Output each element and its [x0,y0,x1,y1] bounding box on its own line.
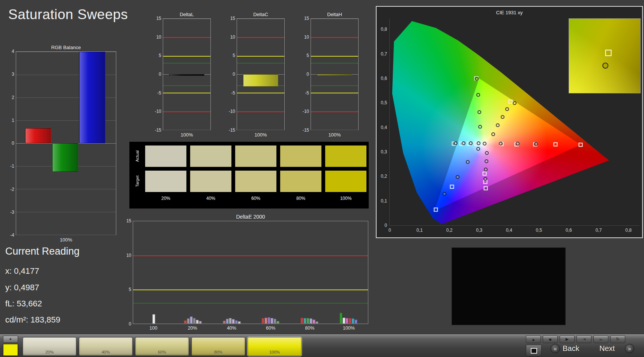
deltae-bar [307,318,309,324]
deltae-bar [223,321,225,324]
limit-line [311,56,358,57]
rgb-balance-x-label: 100% [16,237,116,243]
cie-target-point [434,207,438,212]
next-chevron-button[interactable]: » [625,344,634,353]
cie-measured-point [454,141,458,145]
back-button[interactable]: Back [563,344,579,353]
loop-button[interactable]: ∞ [593,335,608,343]
actual-swatch [145,146,186,167]
cie-title: CIE 1931 xy [377,10,642,15]
delta-gridline [163,130,210,130]
actual-swatch [280,146,321,167]
target-swatch [145,171,186,192]
cie-y-tick: 0,5 [381,100,387,105]
deltah-y-axis: 151050-5-10-15 [298,18,309,130]
step-button[interactable]: ⇥ [576,335,591,343]
sat-button-20%[interactable]: 20% [23,337,77,356]
deltae-bar [187,318,189,324]
delta-y-tick: -10 [303,109,309,114]
deltae-x-tick: 20% [188,326,197,331]
delta-y-tick: 5 [159,53,161,58]
display-mode-button[interactable] [526,345,542,357]
sat-button-label: 100% [248,350,301,354]
delta-y-tick: -15 [229,128,235,133]
target-swatch [235,171,276,192]
next-button[interactable]: Next [599,344,615,353]
reading-y: y: 0,4987 [5,283,39,292]
limit-line [311,37,358,38]
deltal-chart [163,18,211,130]
cie-measured-point [485,151,489,155]
back-chevron-button[interactable]: « [551,344,560,353]
rgb-bar-red [25,128,51,143]
reading-x: x: 0,4177 [5,266,39,276]
delta-y-tick: -15 [303,128,309,133]
swatch-column-label: 80% [280,196,321,201]
delta-y-tick: -5 [157,90,161,96]
stop-button[interactable]: ■ [543,335,558,343]
page-title: Saturation Sweeps [8,7,128,22]
sat-button-100%[interactable]: 100% [248,337,302,356]
cie-measured-point [477,110,481,114]
deltae-bar [346,318,348,324]
limit-line [237,63,284,63]
delta-y-tick: -5 [305,90,309,96]
actual-swatch [325,146,366,167]
deltac-x-label: 100% [237,132,285,138]
limit-line [311,111,358,112]
cie-inset-target-point [605,50,611,56]
delta-bar [243,74,278,87]
deltae-bar [190,316,192,324]
deltah-x-label: 100% [311,132,359,138]
collapse-right-button[interactable]: ▲ [526,335,541,343]
rgb-gridline [16,212,116,212]
swatch-column-label: 100% [325,196,366,201]
rgb-balance-y-axis: 43210-1-2-3-4 [3,51,14,235]
sat-button-40%[interactable]: 40% [79,337,133,356]
rgb-y-tick: -4 [10,232,14,238]
cie-target-point [509,100,513,104]
current-reading-heading: Current Reading [5,246,80,257]
refresh-button[interactable]: ↻ [610,335,625,343]
rgb-bar-green [52,143,78,172]
target-swatch [325,171,366,192]
target-swatch [190,171,231,192]
delta-y-tick: 0 [306,72,309,77]
sat-button-80%[interactable]: 80% [191,337,245,356]
delta-bar [169,74,204,76]
delta-y-tick: 15 [230,16,235,21]
limit-line [237,56,284,57]
limit-line [163,63,210,63]
collapse-button[interactable]: ▲ [3,336,18,343]
cie-y-tick: 0,3 [381,149,387,154]
display-icon [531,348,537,354]
rgb-y-tick: -1 [10,164,14,169]
cie-target-point [450,184,454,189]
play-button[interactable]: ▶ [560,335,575,343]
deltae-bar [352,318,354,324]
app-window: Saturation Sweeps RGB Balance 43210-1-2-… [0,0,644,357]
deltae-bar-group [262,221,279,324]
deltae-bar [265,318,267,324]
deltae-x-tick: 100% [343,326,355,331]
reading-fl: fL: 53,662 [5,299,42,309]
rgb-gridline [16,189,116,189]
current-patch-swatch [3,344,18,356]
deltae-bar [235,320,237,324]
deltae-chart [133,221,368,324]
rgb-gridline [16,235,116,235]
cie-measured-point [491,132,495,136]
deltae-bar [196,320,198,324]
cie-measured-point [475,77,479,81]
delta-gridline [311,130,358,130]
cie-measured-point [456,175,459,179]
swatch-row-label: Target [135,176,140,187]
deltae-bar [199,321,201,324]
cie-measured-point [476,147,480,151]
rgb-balance-chart [16,51,116,235]
deltae-bar [152,314,155,324]
deltae-bar [349,318,351,324]
delta-y-tick: -10 [155,109,161,114]
sat-button-60%[interactable]: 60% [135,337,189,356]
cie-x-tick: 0,2 [446,228,453,233]
